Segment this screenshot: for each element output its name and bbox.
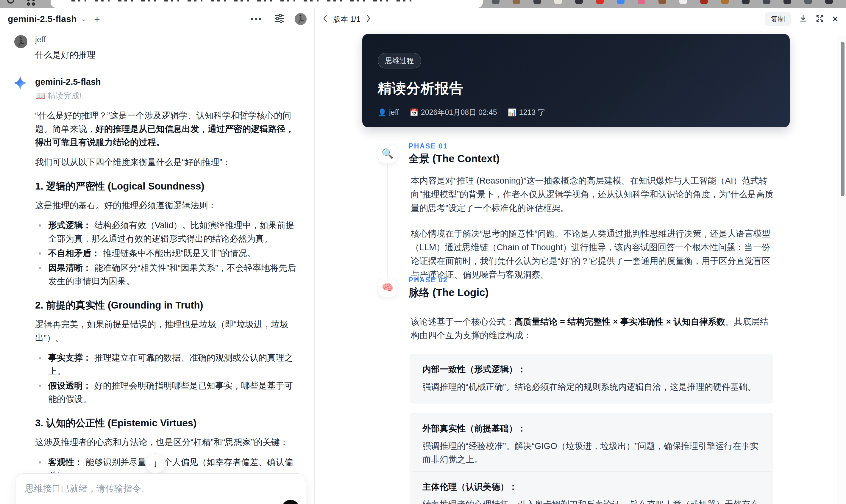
logic-card-consistency: 内部一致性（形式逻辑）： 强调推理的“机械正确”。结论必须在给定的规则系统内逻辑… — [410, 354, 773, 403]
chat-panel: gemini-2.5-flash ⌄ + ••• 🏃 🏃 jeff 什么是好的推 — [0, 8, 315, 504]
assistant-name: gemini-2.5-flash — [35, 77, 296, 87]
list-item: 因果清晰：能准确区分“相关性”和“因果关系”，不会轻率地将先后发生的事情归为因果… — [35, 261, 296, 288]
section-heading: 2. 前提的真实性 (Grounding in Truth) — [35, 299, 296, 311]
logic-card-ethics: 主体伦理（认识美德）： 转向推理者的心理特征。引入奥卡姆剃刀和反向论证，旨在克服… — [410, 471, 773, 504]
word-count: 1213 字 — [519, 108, 545, 116]
list-item: 不自相矛盾：推理链条中不能出现“既是又非”的情况。 — [35, 247, 296, 260]
scroll-to-bottom-button[interactable]: ↓ — [145, 453, 165, 474]
extension-icon[interactable] — [721, 0, 729, 4]
section-list: 形式逻辑：结构必须有效（Valid）。比如演绎推理中，如果前提全部为真，那么通过… — [35, 219, 296, 288]
new-chat-button[interactable]: + — [94, 13, 100, 25]
chat-header: gemini-2.5-flash ⌄ + ••• 🏃 — [0, 8, 314, 30]
version-label: 版本 1/1 — [333, 14, 360, 24]
more-options-icon[interactable]: ••• — [250, 14, 263, 24]
report-date: 2026年01月08日 02:45 — [421, 108, 497, 116]
hero-badge: 思维过程 — [378, 53, 421, 68]
version-next-icon[interactable] — [366, 14, 371, 24]
chevron-down-icon[interactable]: ⌄ — [81, 15, 86, 23]
author-icon: 👤 — [378, 108, 387, 116]
report-meta: 👤jeff 📅2026年01月08日 02:45 📊1213 字 — [378, 107, 774, 117]
assistant-body: “什么是好的推理？”这是一个涉及逻辑学、认知科学和哲学核心的问题。简单来说，好的… — [35, 109, 296, 504]
extension-icon[interactable] — [513, 0, 520, 4]
phase2-title: 脉络 (The Logic) — [409, 286, 489, 300]
composer-placeholder: 思维接口已就绪，请传输指令。 — [25, 483, 296, 495]
phase2-intro: 该论述基于一个核心公式：高质量结论 = 结构完整性 × 事实准确性 × 认知自律… — [411, 315, 773, 354]
extension-icons — [492, 0, 846, 4]
scrollbar-track[interactable] — [837, 37, 846, 504]
address-bar[interactable] — [51, 0, 483, 8]
artifact-panel: 版本 1/1 复制 × — [315, 8, 846, 504]
phase1-label: PHASE 01 — [409, 142, 448, 150]
calendar-icon: 📅 — [410, 108, 419, 116]
section-list: 事实支撑：推理建立在可靠的数据、准确的观测或公认的真理之上。 假设透明：好的推理… — [35, 351, 296, 406]
message-text: 什么是好的推理 — [35, 49, 296, 61]
assistant-message: gemini-2.5-flash 📖 精读完成! “什么是好的推理？”这是一个涉… — [18, 77, 296, 504]
phase2-brain-icon: 🧠 — [378, 278, 397, 297]
extension-icon[interactable] — [658, 0, 666, 4]
extension-icon[interactable] — [804, 0, 812, 4]
report-hero: 思维过程 精读分析报告 👤jeff 📅2026年01月08日 02:45 📊12… — [362, 34, 790, 127]
section-heading: 1. 逻辑的严密性 (Logical Soundness) — [35, 180, 296, 192]
download-icon[interactable] — [799, 14, 808, 24]
author-name: jeff — [389, 108, 399, 116]
list-item: 假设透明：好的推理会明确指明哪些是已知事实，哪些是基于可能的假设。 — [35, 379, 296, 406]
user-avatar: 🏃 — [14, 35, 28, 48]
logic-card-truth: 外部真实性（前提基础）： 强调推理的“经验校准”。解决“GIGO（垃圾进，垃圾出… — [410, 413, 773, 476]
report-card: 思维过程 精读分析报告 👤jeff 📅2026年01月08日 02:45 📊12… — [362, 34, 790, 504]
settings-sliders-icon[interactable] — [274, 14, 285, 24]
message-author: jeff — [35, 35, 296, 44]
model-title[interactable]: gemini-2.5-flash — [8, 14, 77, 24]
chat-messages[interactable]: 🏃 jeff 什么是好的推理 — [0, 32, 314, 504]
report-title: 精读分析报告 — [378, 79, 774, 98]
phase1-title: 全景 (The Context) — [409, 152, 499, 166]
extension-icon[interactable] — [554, 0, 562, 4]
user-message: 🏃 jeff 什么是好的推理 — [18, 35, 296, 61]
browser-toolbar — [0, 0, 846, 8]
extension-icon[interactable] — [638, 0, 645, 4]
user-avatar[interactable]: 🏃 — [295, 13, 306, 25]
extension-icon[interactable] — [700, 0, 708, 4]
section-heading: 3. 认知的公正性 (Epistemic Virtues) — [35, 417, 296, 429]
gemini-logo-icon — [13, 76, 28, 90]
version-prev-icon[interactable] — [322, 14, 328, 24]
close-icon[interactable]: × — [832, 15, 838, 23]
tab-grid-icon[interactable] — [27, 0, 39, 5]
fullscreen-icon[interactable] — [815, 14, 824, 24]
artifact-toolbar: 版本 1/1 复制 × — [315, 8, 846, 30]
reload-icon[interactable] — [7, 0, 14, 4]
extension-icon[interactable] — [783, 0, 791, 4]
url-text-cropped — [71, 0, 417, 1]
timeline-line — [387, 164, 388, 277]
extension-icon[interactable] — [679, 0, 687, 4]
copy-button[interactable]: 复制 — [765, 12, 791, 26]
assistant-status: 📖 精读完成! — [35, 90, 296, 101]
message-composer[interactable]: 思维接口已就绪，请传输指令。 + — [15, 473, 306, 504]
extension-icon[interactable] — [575, 0, 583, 4]
extension-icon[interactable] — [742, 0, 750, 4]
phase1-magnifier-icon: 🔍 — [378, 144, 397, 163]
extension-icon[interactable] — [825, 0, 833, 4]
voice-input-button[interactable] — [282, 500, 299, 504]
extension-icon[interactable] — [763, 0, 770, 4]
extension-icon[interactable] — [596, 0, 604, 4]
extension-icon[interactable] — [533, 0, 541, 4]
extension-icon[interactable] — [617, 0, 624, 4]
phase1-paragraphs: 本内容是对“推理 (Reasoning)”这一抽象概念的高层建模。在知识爆炸与人… — [411, 174, 773, 293]
scrollbar-thumb[interactable] — [841, 42, 845, 196]
wordcount-icon: 📊 — [508, 108, 517, 116]
book-icon: 📖 — [35, 91, 45, 100]
list-item: 形式逻辑：结构必须有效（Valid）。比如演绎推理中，如果前提全部为真，那么通过… — [35, 219, 296, 246]
phase2-label: PHASE 02 — [409, 276, 448, 284]
extension-icon[interactable] — [492, 0, 499, 4]
list-item: 事实支撑：推理建立在可靠的数据、准确的观测或公认的真理之上。 — [35, 351, 296, 378]
